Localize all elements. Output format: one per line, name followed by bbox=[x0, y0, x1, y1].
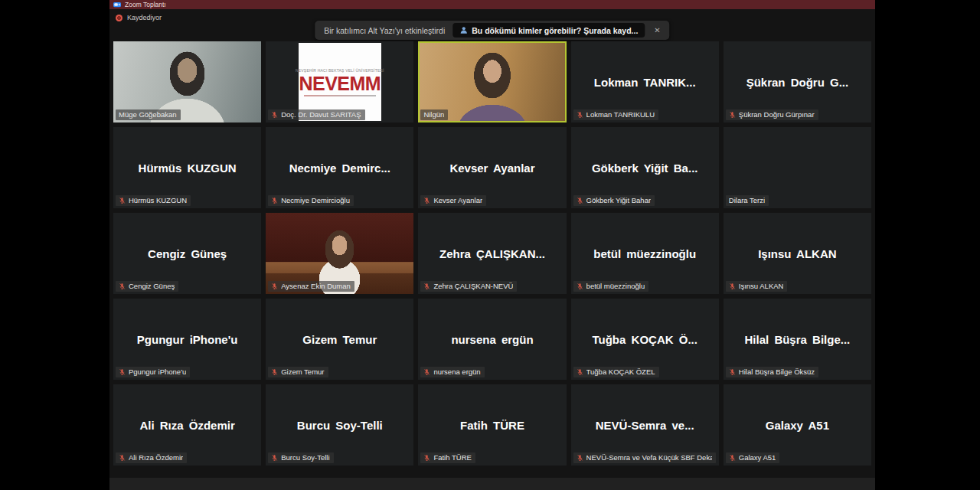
transcript-visibility-button-label: Bu dökümü kimler görebilir? Şurada kayd.… bbox=[472, 26, 638, 35]
caption-notification-message: Bir katılımcı Alt Yazı'yı etkinleştirdi bbox=[324, 26, 445, 35]
muted-mic-icon bbox=[577, 197, 583, 204]
muted-mic-icon bbox=[729, 283, 736, 290]
muted-mic-icon bbox=[271, 111, 278, 119]
participant-name-label-text: nursena ergün bbox=[433, 368, 480, 376]
participant-name-label-text: Kevser Ayanlar bbox=[433, 196, 482, 204]
muted-mic-icon bbox=[577, 454, 583, 462]
participant-name-label-text: Müge Göğebakan bbox=[119, 110, 177, 119]
muted-mic-icon bbox=[271, 368, 278, 376]
muted-mic-icon bbox=[119, 368, 126, 376]
participant-tile[interactable]: nursena ergün NEVŞEHİR HACI BEKTAŞ VELİ … bbox=[418, 299, 566, 380]
participant-name-label: Ali Rıza Özdemir bbox=[116, 452, 187, 463]
participant-tile[interactable]: Hürmüs KUZGUN NEVŞEHİR HACI BEKTAŞ VELİ … bbox=[113, 127, 261, 208]
caption-notification: Bir katılımcı Alt Yazı'yı etkinleştirdi … bbox=[315, 21, 669, 40]
participant-name-label: Pgungur iPhone'u bbox=[116, 367, 190, 377]
participant-name-label-text: Lokman TANRIKULU bbox=[586, 110, 655, 119]
participant-tile[interactable]: Galaxy A51 NEVŞEHİR HACI BEKTAŞ VELİ ÜNİ… bbox=[724, 384, 871, 466]
person-icon bbox=[459, 26, 468, 34]
participant-name-label-text: NEVÜ-Semra ve Vefa Küçük SBF Dekan Yrd. … bbox=[586, 453, 712, 462]
participant-name-label: Fatih TÜRE bbox=[420, 452, 475, 463]
participant-tile[interactable]: NEVÜ-Semra ve... NEVŞEHİR HACI BEKTAŞ VE… bbox=[571, 384, 719, 466]
zoom-app-icon bbox=[113, 1, 121, 8]
recording-label: Kaydediyor bbox=[127, 14, 162, 21]
participant-name-label: Lokman TANRIKULU bbox=[573, 109, 658, 120]
participant-tile[interactable]: Lokman TANRIK... NEVŞEHİR HACI BEKTAŞ VE… bbox=[571, 41, 719, 122]
muted-mic-icon bbox=[577, 283, 583, 290]
participant-name-label-text: Ali Rıza Özdemir bbox=[129, 453, 183, 462]
muted-mic-icon bbox=[271, 197, 278, 204]
muted-mic-icon bbox=[423, 368, 430, 376]
participant-name-label-text: Hürmüs KUZGUN bbox=[129, 196, 187, 204]
participant-name-label: Şükran Doğru Gürpınar bbox=[726, 109, 818, 120]
participant-name-label-text: Cengiz Güneş bbox=[129, 282, 175, 290]
participant-name-label: Kevser Ayanlar bbox=[420, 195, 486, 206]
participant-name-label: nursena ergün bbox=[420, 367, 484, 377]
participant-name-label: Necmiye Demircioğlu bbox=[268, 195, 354, 206]
participant-name-label-text: Fatih TÜRE bbox=[433, 453, 471, 462]
muted-mic-icon bbox=[577, 111, 583, 119]
participant-tile[interactable]: NEVŞEHİR HACI BEKTAŞ VELİ ÜNİVERSİTESİ N… bbox=[418, 41, 566, 122]
meeting-content: Kaydediyor Bir katılımcı Alt Yazı'yı etk… bbox=[109, 9, 875, 481]
participant-name-label: Hilal Büşra Bilge Öksüz bbox=[726, 367, 818, 377]
participant-tile[interactable]: Şükran Doğru G... NEVŞEHİR HACI BEKTAŞ V… bbox=[724, 41, 871, 122]
participant-name-label-text: Gizem Temur bbox=[281, 368, 324, 376]
participant-name-label: Hürmüs KUZGUN bbox=[116, 195, 191, 206]
participant-name-label-text: Şükran Doğru Gürpınar bbox=[739, 110, 815, 119]
participant-name-label: Müge Göğebakan bbox=[116, 109, 181, 120]
muted-mic-icon bbox=[119, 283, 126, 290]
recording-dot-icon bbox=[116, 15, 122, 21]
participant-name-label-text: Doç. Dr. Davut SARITAŞ bbox=[281, 110, 361, 119]
participant-name-label-text: Pgungur iPhone'u bbox=[129, 368, 186, 376]
muted-mic-icon bbox=[271, 283, 278, 290]
participant-name-label-text: Necmiye Demircioğlu bbox=[281, 196, 350, 204]
participant-tile[interactable]: Fatih TÜRE NEVŞEHİR HACI BEKTAŞ VELİ ÜNİ… bbox=[418, 384, 566, 466]
recording-indicator: Kaydediyor bbox=[116, 14, 162, 21]
muted-mic-icon bbox=[729, 454, 736, 462]
transcript-visibility-button[interactable]: Bu dökümü kimler görebilir? Şurada kayd.… bbox=[452, 23, 645, 38]
participant-name-label: Gökberk Yiğit Bahar bbox=[573, 195, 655, 206]
participant-name-label-text: Gökberk Yiğit Bahar bbox=[586, 196, 652, 204]
participant-name-label: betül müezzinoğlu bbox=[573, 281, 649, 292]
participant-tile[interactable]: Kevser Ayanlar NEVŞEHİR HACI BEKTAŞ VELİ… bbox=[418, 127, 566, 208]
participant-name-label: Gizem Temur bbox=[268, 367, 328, 377]
participant-tile[interactable]: Ali Rıza Özdemir NEVŞEHİR HACI BEKTAŞ VE… bbox=[113, 384, 261, 466]
university-name-text: NEVŞEHİR HACI BEKTAŞ VELİ ÜNİVERSİTESİ bbox=[296, 68, 384, 73]
window-title: Zoom Toplantı bbox=[125, 0, 166, 9]
muted-mic-icon bbox=[423, 283, 430, 290]
university-logo-acronym: NEVEMM bbox=[299, 74, 381, 93]
participant-tile[interactable]: Gizem Temur NEVŞEHİR HACI BEKTAŞ VELİ ÜN… bbox=[266, 299, 413, 380]
close-icon[interactable]: ✕ bbox=[652, 24, 662, 36]
participant-tile[interactable]: betül müezzinoğlu NEVŞEHİR HACI BEKTAŞ V… bbox=[571, 213, 719, 294]
zoom-window: Zoom Toplantı Kaydediyor Bir katılımcı A… bbox=[109, 0, 875, 490]
participant-tile[interactable]: Hilal Büşra Bilge... NEVŞEHİR HACI BEKTA… bbox=[724, 299, 871, 380]
participant-tile[interactable]: Gökberk Yiğit Ba... NEVŞEHİR HACI BEKTAŞ… bbox=[571, 127, 719, 208]
participant-tile[interactable]: Zehra ÇALIŞKAN... NEVŞEHİR HACI BEKTAŞ V… bbox=[418, 213, 566, 294]
participant-tile[interactable]: Tuğba KOÇAK Ö... NEVŞEHİR HACI BEKTAŞ VE… bbox=[571, 299, 719, 380]
participant-tile[interactable]: Işınsu ALKAN NEVŞEHİR HACI BEKTAŞ VELİ Ü… bbox=[724, 213, 871, 294]
participant-name-label-text: Nilgün bbox=[423, 110, 444, 119]
muted-mic-icon bbox=[577, 368, 583, 376]
participant-tile[interactable]: NEVŞEHİR HACI BEKTAŞ VELİ ÜNİVERSİTESİ N… bbox=[113, 41, 261, 122]
participant-tile[interactable]: NEVŞEHİR HACI BEKTAŞ VELİ ÜNİVERSİTESİ N… bbox=[724, 127, 871, 208]
participant-name-label: Doç. Dr. Davut SARITAŞ bbox=[268, 109, 364, 120]
muted-mic-icon bbox=[423, 454, 430, 462]
muted-mic-icon bbox=[271, 454, 278, 462]
participant-tile[interactable]: Necmiye Demirc... NEVŞEHİR HACI BEKTAŞ V… bbox=[266, 127, 413, 208]
window-titlebar[interactable]: Zoom Toplantı bbox=[109, 0, 875, 9]
participant-name-label: Zehra ÇALIŞKAN-NEVÜ bbox=[420, 281, 517, 292]
logo-divider bbox=[304, 95, 376, 96]
participant-name-label-text: Tuğba KOÇAK ÖZEL bbox=[586, 368, 655, 376]
participant-tile[interactable]: Cengiz Güneş NEVŞEHİR HACI BEKTAŞ VELİ Ü… bbox=[113, 213, 261, 294]
participant-tile[interactable]: NEVŞEHİR HACI BEKTAŞ VELİ ÜNİVERSİTESİ N… bbox=[266, 213, 413, 294]
participant-name-label-text: Zehra ÇALIŞKAN-NEVÜ bbox=[433, 282, 513, 290]
participant-name-label-text: Işınsu ALKAN bbox=[739, 282, 784, 290]
participant-tile[interactable]: Burcu Soy-Telli NEVŞEHİR HACI BEKTAŞ VEL… bbox=[266, 384, 413, 466]
bottom-toolbar[interactable] bbox=[109, 478, 875, 490]
participant-name-label-text: Burcu Soy-Telli bbox=[281, 453, 329, 462]
participant-tile[interactable]: Pgungur iPhone'u NEVŞEHİR HACI BEKTAŞ VE… bbox=[113, 299, 261, 380]
participant-name-label-text: Dilara Terzi bbox=[729, 196, 765, 204]
participant-name-label-text: betül müezzinoğlu bbox=[586, 282, 645, 290]
participant-tile[interactable]: NEVŞEHİR HACI BEKTAŞ VELİ ÜNİVERSİTESİ N… bbox=[266, 41, 413, 122]
participant-name-label-text: Hilal Büşra Bilge Öksüz bbox=[739, 368, 815, 376]
muted-mic-icon bbox=[119, 454, 126, 462]
